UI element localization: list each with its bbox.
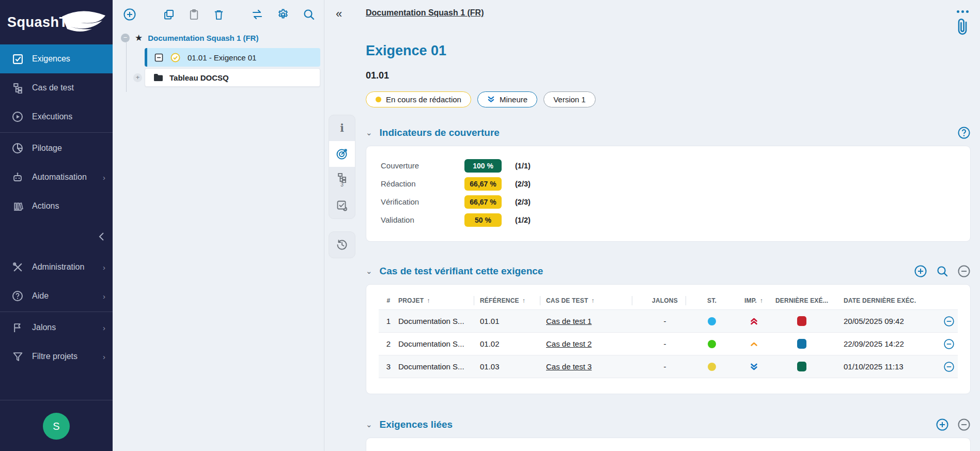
search-icon[interactable] [301,7,317,22]
testcase-count-badge: 3 [340,182,344,188]
column-header[interactable]: DERNIÈRE EXÉ... [775,292,844,309]
column-header[interactable]: PROJET [398,292,480,309]
testcase-link[interactable]: Cas de test 2 [546,339,592,348]
criticality-badge[interactable]: Mineure [477,91,537,107]
tree-node-selected[interactable]: 01.01 - Exigence 01 [145,48,320,67]
column-header[interactable]: CAS DE TEST [546,292,638,309]
reference-cell: 01.03 [480,355,546,378]
breadcrumb-project-link[interactable]: Documentation Squash 1 (FR) [366,8,484,18]
last-execution-status-icon [797,316,806,326]
status-check-circle-icon [170,53,180,63]
importance-up-icon [750,340,758,348]
sidebar-item-label: Actions [32,201,59,211]
status-badge-label: En cours de rédaction [386,95,461,104]
coverage-row: Vérification 66,67 % (2/3) [381,193,956,211]
sidebar-item-pilotage[interactable]: Pilotage [0,134,113,163]
importance-double-up-icon [750,317,758,325]
section-collapse-icon[interactable]: ⌄ [366,420,372,429]
last-exec-date-cell: 20/05/2025 09:42 [844,310,932,332]
sidebar-item-exigences[interactable]: Exigences [0,44,113,73]
anchor-information[interactable]: i [329,115,355,141]
user-avatar[interactable]: S [43,413,70,440]
sidebar-item-filtre-projets[interactable]: Filtre projets › [0,342,113,371]
unbind-row-icon[interactable] [943,333,955,355]
add-requirement-icon[interactable] [122,7,137,22]
help-circle-icon [11,290,24,302]
sidebar-item-label: Exécutions [32,112,72,121]
last-exec-date-cell: 22/09/2025 14:22 [844,333,932,355]
testcase-link[interactable]: Cas de test 3 [546,362,592,371]
add-link-icon[interactable] [914,265,927,278]
tree-root-label[interactable]: Documentation Squash 1 (FR) [148,34,258,42]
testcase-link[interactable]: Cas de test 1 [546,317,592,325]
sidebar-item-administration[interactable]: Administration › [0,253,113,282]
unbind-row-icon[interactable] [943,310,955,332]
tree-folder-node[interactable]: Tableau DOCSQ [145,68,320,87]
sidebar-item-aide[interactable]: Aide › [0,282,113,310]
expand-node-icon[interactable]: + [133,73,142,82]
column-header[interactable]: JALONS [638,292,692,309]
search-icon[interactable] [936,265,949,278]
remove-link-icon[interactable] [957,265,971,278]
coverage-row: Rédaction 66,67 % (2/3) [381,175,956,193]
add-link-icon[interactable] [936,418,949,431]
paste-icon[interactable] [186,7,201,22]
settings-gear-icon[interactable] [275,7,291,22]
anchor-history[interactable] [329,232,355,258]
row-index: 3 [379,355,398,378]
sidebar-item-automatisation[interactable]: Automatisation › [0,163,113,192]
tree-node-label: 01.01 - Exigence 01 [188,53,256,62]
section-collapse-icon[interactable]: ⌄ [366,267,372,276]
column-header[interactable]: RÉFÉRENCE [480,292,546,309]
chevron-right-icon: › [103,173,105,182]
remove-link-icon[interactable] [957,418,971,431]
collapse-node-icon[interactable]: − [121,34,130,42]
import-export-icon[interactable] [250,7,265,22]
coverage-section-title: Indicateurs de couverture [380,127,500,138]
table-row[interactable]: 3 Documentation S... 01.03 Cas de test 3… [379,355,958,378]
status-dot-icon [376,97,381,102]
table-row[interactable]: 1 Documentation S... 01.01 Cas de test 1… [379,309,958,332]
main-content: « Documentation Squash 1 (FR) Exigence 0… [324,0,980,451]
column-header[interactable]: ST. [692,292,732,309]
sidebar-item-actions[interactable]: Actions [0,192,113,221]
coverage-label: Rédaction [381,179,464,188]
section-collapse-icon[interactable]: ⌄ [366,128,372,137]
coverage-ratio: (2/3) [508,180,956,188]
table-row[interactable]: 2 Documentation S... 01.02 Cas de test 2… [379,332,958,355]
sidebar-collapse-button[interactable] [0,221,113,253]
coverage-label: Vérification [381,197,464,206]
coverage-value-badge: 50 % [464,213,502,227]
collapse-panel-icon[interactable]: « [336,8,342,20]
square-minus-icon[interactable] [154,53,163,62]
coverage-row: Validation 50 % (1/2) [381,211,956,229]
column-header[interactable]: # [379,292,398,309]
more-menu-icon[interactable] [957,8,969,15]
delete-icon[interactable] [211,7,226,22]
column-header[interactable]: DATE DERNIÈRE EXÉC. [844,292,932,309]
logo-text: SquashTM [7,14,80,30]
anchor-linked-requirements[interactable] [329,193,355,219]
sidebar-item-jalons[interactable]: Jalons › [0,313,113,342]
sidebar-footer: S [0,399,113,451]
copy-icon[interactable] [161,7,177,22]
tree-root-node[interactable]: − ★ Documentation Squash 1 (FR) [113,29,324,46]
column-header[interactable]: IMP. [732,292,775,309]
status-badge[interactable]: En cours de rédaction [366,91,471,107]
last-execution-status-icon [797,362,806,371]
anchor-coverage[interactable] [329,141,355,167]
attachment-paperclip-icon[interactable] [956,18,969,36]
milestones-cell: - [638,333,692,355]
app-logo[interactable]: SquashTM [0,0,113,44]
sidebar-item-executions[interactable]: Exécutions [0,102,113,131]
version-badge[interactable]: Version 1 [543,91,596,107]
sidebar-item-cas-de-test[interactable]: Cas de test [0,73,113,102]
sidebar-item-label: Pilotage [32,144,62,153]
anchor-verifying-testcases[interactable]: 3 [329,167,355,193]
help-circle-icon[interactable] [957,126,971,139]
badge-row: En cours de rédaction Mineure Version 1 [366,91,971,107]
sidebar-item-label: Exigences [32,54,70,64]
unbind-row-icon[interactable] [943,355,955,378]
flag-icon [11,321,24,334]
milestones-cell: - [638,310,692,332]
